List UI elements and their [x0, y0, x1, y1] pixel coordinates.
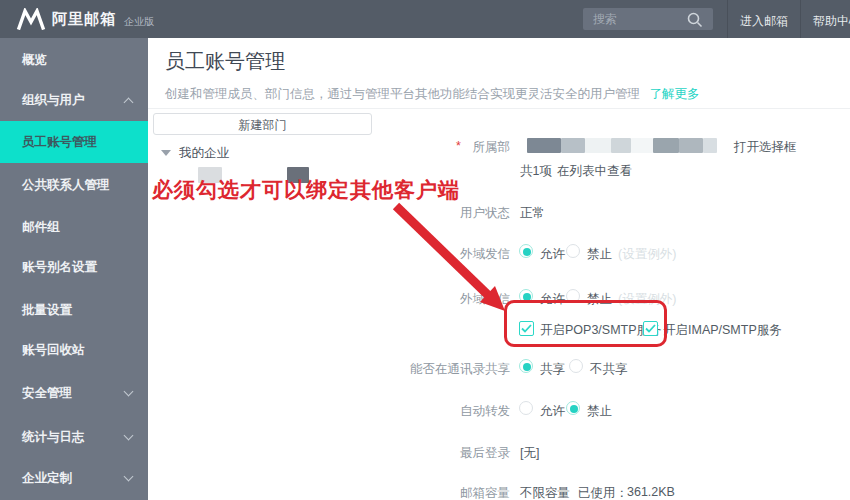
share-label: 能否在通讯录共享 — [360, 361, 510, 378]
sidebar-item-label: 组织与用户 — [22, 93, 85, 107]
sidebar-item-enterprise-custom[interactable]: 企业定制 — [0, 464, 148, 492]
sidebar-item-mail-groups[interactable]: 邮件组 — [0, 213, 148, 241]
quota-used-label: 已使用： — [578, 485, 628, 500]
imap-smtp-label: 开启IMAP/SMTP服务 — [663, 322, 782, 339]
share-yes-label: 共享 — [540, 361, 565, 378]
share-no-radio[interactable] — [569, 359, 583, 373]
last-login-value: [无] — [520, 445, 539, 462]
topbar: 阿里邮箱 企业版 进入邮箱 帮助中心 — [0, 0, 850, 38]
share-yes-radio[interactable] — [519, 359, 533, 373]
sidebar-item-public-contacts[interactable]: 公共联系人管理 — [0, 171, 148, 199]
last-login-label: 最后登录 — [360, 445, 510, 462]
open-selector-link[interactable]: 打开选择框 — [734, 139, 797, 156]
sidebar-item-org-users[interactable]: 组织与用户 — [0, 86, 148, 114]
annotation-highlight-box — [504, 300, 667, 347]
dept-label: 所属部 — [360, 139, 510, 156]
sidebar-item-label: 企业定制 — [22, 471, 72, 485]
sidebar-item-label: 统计与日志 — [22, 430, 85, 444]
quota-value: 不限容量 — [520, 485, 570, 500]
share-no-label: 不共享 — [590, 361, 628, 378]
app-window: 阿里邮箱 企业版 进入邮箱 帮助中心 概览 组织与用户 员工账号管理 公共联系人… — [0, 0, 850, 500]
sidebar-item-label: 批量设置 — [22, 303, 72, 317]
annotation-text: 必须勾选才可以绑定其他客户端 — [152, 176, 460, 204]
sidebar-item-label: 概览 — [22, 53, 47, 67]
tree-root-node[interactable]: 我的企业 — [179, 145, 229, 162]
user-status-value: 正常 — [520, 205, 545, 222]
sidebar-item-account-recycle[interactable]: 账号回收站 — [0, 336, 148, 364]
header-divider — [148, 108, 850, 109]
chevron-down-icon — [124, 387, 134, 397]
sidebar-item-employee-accounts[interactable]: 员工账号管理 — [0, 121, 148, 163]
outbound-forbid-radio[interactable] — [566, 244, 580, 258]
topbar-divider — [727, 0, 728, 38]
sidebar-item-overview[interactable]: 概览 — [0, 46, 148, 74]
page-subtitle-text: 创建和管理成员、部门信息，通过与管理平台其他功能结合实现更灵活安全的用户管理 — [165, 87, 640, 101]
new-department-button[interactable]: 新建部门 — [153, 113, 372, 135]
autoforward-forbid-radio[interactable] — [566, 401, 580, 415]
outbound-forbid-label: 禁止 — [587, 246, 612, 263]
sidebar-item-stats-logs[interactable]: 统计与日志 — [0, 423, 148, 451]
tree-expand-caret-icon[interactable] — [161, 150, 171, 156]
user-status-label: 用户状态 — [360, 205, 510, 222]
inbound-label: 外域收信 — [360, 291, 510, 308]
autoforward-forbid-label: 禁止 — [587, 403, 612, 420]
sidebar-item-label: 安全管理 — [22, 386, 72, 400]
outbound-allow-radio[interactable] — [519, 244, 533, 258]
sidebar-item-label: 邮件组 — [22, 220, 60, 234]
sidebar-item-label: 账号别名设置 — [22, 260, 97, 274]
page-subtitle: 创建和管理成员、部门信息，通过与管理平台其他功能结合实现更灵活安全的用户管理 了… — [165, 86, 699, 103]
view-in-list-link[interactable]: 在列表中查看 — [557, 163, 632, 180]
outbound-exception-link[interactable]: (设置例外) — [618, 246, 676, 263]
chevron-down-icon — [124, 472, 134, 482]
help-center-button[interactable]: 帮助中心 — [813, 13, 850, 30]
redacted-dept-value — [527, 138, 717, 153]
outbound-label: 外域发信 — [360, 246, 510, 263]
page-title: 员工账号管理 — [165, 48, 285, 75]
edition-badge: 企业版 — [124, 15, 154, 29]
outbound-allow-label: 允许 — [540, 246, 565, 263]
autoforward-allow-radio[interactable] — [519, 401, 533, 415]
autoforward-label: 自动转发 — [360, 403, 510, 420]
sidebar-item-security[interactable]: 安全管理 — [0, 379, 148, 407]
sidebar-item-alias-settings[interactable]: 账号别名设置 — [0, 253, 148, 281]
topbar-divider — [800, 0, 801, 38]
quota-label: 邮箱容量 — [360, 485, 510, 500]
autoforward-allow-label: 允许 — [540, 403, 565, 420]
enter-mailbox-button[interactable]: 进入邮箱 — [740, 13, 788, 30]
search-icon[interactable] — [686, 11, 704, 29]
chevron-down-icon — [124, 431, 134, 441]
sidebar-item-label: 公共联系人管理 — [22, 178, 110, 192]
sidebar-item-label: 员工账号管理 — [22, 135, 97, 149]
chevron-up-icon — [124, 98, 134, 108]
sidebar-item-batch-settings[interactable]: 批量设置 — [0, 296, 148, 324]
sidebar: 概览 组织与用户 员工账号管理 公共联系人管理 邮件组 账号别名设置 批量设置 … — [0, 38, 148, 500]
quota-used-value: 361.2KB — [627, 485, 675, 499]
alimail-logo-icon — [16, 8, 46, 30]
brand-name: 阿里邮箱 — [52, 10, 116, 29]
learn-more-link[interactable]: 了解更多 — [649, 87, 699, 101]
dept-count: 共1项 — [520, 163, 552, 180]
sidebar-item-label: 账号回收站 — [22, 343, 85, 357]
